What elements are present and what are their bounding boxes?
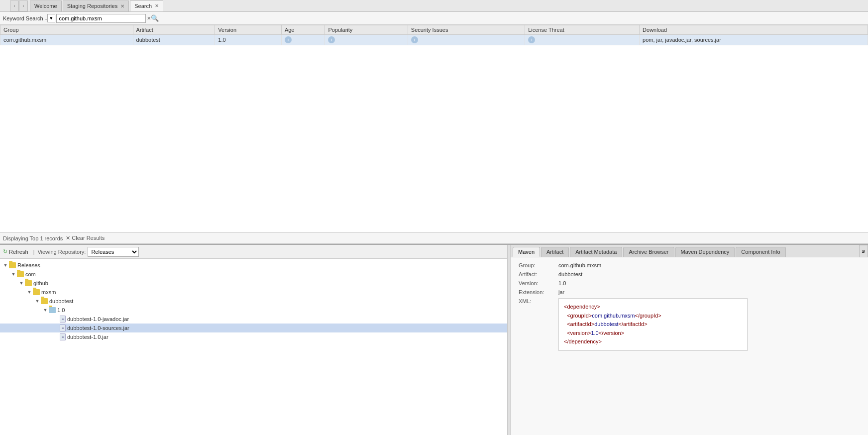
status-bar: Displaying Top 1 records ✕ Clear Results — [0, 233, 868, 244]
tab-staging[interactable]: Staging Repositories ✕ — [63, 0, 129, 11]
xml-line-3: <artifactId>dubbotest</artifactId> — [564, 320, 742, 329]
folder-icon-com — [17, 271, 24, 277]
cell-age: i — [281, 35, 325, 45]
artifact-value: dubbotest — [558, 271, 582, 277]
repo-select[interactable]: Releases Snapshots All Repositories — [88, 247, 139, 257]
xml-line-4: <version>1.0</version> — [564, 329, 742, 338]
security-info-icon[interactable]: i — [411, 36, 418, 43]
col-artifact: Artifact — [133, 25, 215, 35]
detail-row-version: Version: 1.0 — [519, 280, 860, 286]
col-version: Version — [215, 25, 282, 35]
tree-toggle-releases[interactable]: ▼ — [2, 262, 9, 269]
clear-search-button[interactable]: × — [147, 14, 151, 22]
file-icon-sources: ≡ — [60, 325, 66, 331]
keyword-dropdown[interactable]: ▾ — [47, 14, 55, 22]
tab-welcome[interactable]: Welcome — [30, 0, 62, 11]
keyword-dash: - — [45, 15, 47, 21]
tree-label-dubbotest: dubbotest — [49, 298, 73, 304]
search-input[interactable] — [56, 14, 146, 23]
tree-label-mxsm: mxsm — [41, 289, 56, 295]
tree-node-dubbotest[interactable]: ▼ dubbotest — [0, 297, 507, 306]
tree-toggle-v1[interactable]: ▼ — [42, 307, 49, 314]
tree-label-javadoc: dubbotest-1.0-javadoc.jar — [67, 316, 129, 322]
right-panel-header: Maven Artifact Artifact Metadata Archive… — [511, 245, 868, 257]
top-container: Keyword Search - ▾ × 🔍 Group Artifact Ve… — [0, 12, 868, 245]
tree-toggle-com[interactable]: ▼ — [10, 271, 17, 278]
viewing-label: Viewing Repository: — [37, 249, 86, 255]
tree-toggle-dubbotest[interactable]: ▼ — [34, 298, 41, 305]
tab-artifact-metadata[interactable]: Artifact Metadata — [570, 247, 622, 257]
xml-line-1: <dependency> — [564, 303, 742, 312]
tree-label-sources: dubbotest-1.0-sources.jar — [67, 325, 129, 331]
search-bar: Keyword Search - ▾ × 🔍 — [0, 12, 868, 25]
version-label: Version: — [519, 280, 558, 286]
tree-toggle-mxsm[interactable]: ▼ — [26, 289, 33, 296]
xml-label: XML: — [519, 298, 558, 304]
file-icon-jar: ≡ — [60, 333, 66, 340]
bottom-container: ↻ Refresh | Viewing Repository: Releases… — [0, 245, 868, 435]
nav-back-arrow[interactable]: ‹ — [10, 0, 19, 11]
tab-search-close[interactable]: ✕ — [155, 3, 159, 8]
tree-node-jar[interactable]: ▶ ≡ dubbotest-1.0.jar — [0, 332, 507, 341]
file-icon-javadoc: ≡ — [60, 316, 66, 323]
tab-search[interactable]: Search ✕ — [130, 0, 163, 11]
extension-value: jar — [558, 289, 564, 295]
folder-icon-v1 — [49, 307, 56, 313]
tab-archive-browser[interactable]: Archive Browser — [623, 247, 674, 257]
cell-license: i — [525, 35, 640, 45]
folder-icon-dubbotest — [41, 298, 48, 304]
expand-panel-button[interactable]: ⋑ — [859, 245, 868, 257]
age-info-icon[interactable]: i — [285, 36, 292, 43]
tab-artifact[interactable]: Artifact — [541, 247, 569, 257]
folder-icon-mxsm — [33, 289, 40, 295]
status-text: Displaying Top 1 records — [3, 235, 63, 241]
col-download: Download — [640, 25, 868, 35]
tab-search-label: Search — [134, 3, 152, 9]
license-info-icon[interactable]: i — [528, 36, 535, 43]
tab-maven-dependency[interactable]: Maven Dependency — [675, 247, 735, 257]
clear-results-button[interactable]: ✕ Clear Results — [66, 235, 105, 241]
tree-node-releases[interactable]: ▼ Releases — [0, 261, 507, 270]
nav-forward-arrow[interactable]: › — [19, 0, 28, 11]
tree-view: ▼ Releases ▼ com ▼ github ▼ mxsm — [0, 259, 507, 435]
download-links: pom, jar, javadoc.jar, sources.jar — [643, 37, 721, 43]
tree-node-sources[interactable]: ▶ ≡ dubbotest-1.0-sources.jar — [0, 324, 507, 332]
tab-welcome-label: Welcome — [34, 3, 57, 9]
cell-popularity: i — [325, 35, 408, 45]
tree-node-com[interactable]: ▼ com — [0, 270, 507, 279]
col-security: Security Issues — [408, 25, 525, 35]
refresh-icon: ↻ — [3, 248, 7, 255]
refresh-button[interactable]: ↻ Refresh — [3, 248, 28, 255]
cell-version: 1.0 — [215, 35, 282, 45]
cell-artifact: dubbotest — [133, 35, 215, 45]
tree-node-github[interactable]: ▼ github — [0, 279, 507, 288]
tree-node-v1[interactable]: ▼ 1.0 — [0, 306, 507, 315]
tree-node-mxsm[interactable]: ▼ mxsm — [0, 288, 507, 297]
detail-row-extension: Extension: jar — [519, 289, 860, 295]
tree-node-javadoc[interactable]: ▶ ≡ dubbotest-1.0-javadoc.jar — [0, 315, 507, 324]
tree-toggle-github[interactable]: ▼ — [18, 280, 25, 287]
tab-component-info[interactable]: Component Info — [736, 247, 785, 257]
tab-staging-label: Staging Repositories — [67, 3, 118, 9]
folder-icon-releases — [9, 262, 16, 268]
detail-content: Group: com.github.mxsm Artifact: dubbote… — [511, 257, 868, 435]
folder-icon-github — [25, 280, 32, 286]
detail-row-xml: XML: <dependency> <groupId>com.github.mx… — [519, 298, 860, 351]
cell-group: com.github.mxsm — [0, 35, 133, 45]
tree-label-releases: Releases — [17, 262, 40, 268]
popularity-info-icon[interactable]: i — [328, 36, 335, 43]
tree-label-v1: 1.0 — [57, 307, 65, 313]
artifact-label: Artifact: — [519, 271, 558, 277]
left-panel: ↻ Refresh | Viewing Repository: Releases… — [0, 245, 508, 435]
search-go-button[interactable]: 🔍 — [151, 14, 159, 22]
cell-download: pom, jar, javadoc.jar, sources.jar — [640, 35, 868, 45]
detail-tabs: Maven Artifact Artifact Metadata Archive… — [511, 245, 859, 257]
group-label: Group: — [519, 262, 558, 268]
toolbar-separator: | — [33, 249, 35, 255]
group-value: com.github.mxsm — [558, 262, 601, 268]
detail-row-artifact: Artifact: dubbotest — [519, 271, 860, 277]
col-age: Age — [281, 25, 325, 35]
tab-maven[interactable]: Maven — [513, 247, 540, 257]
table-row[interactable]: com.github.mxsm dubbotest 1.0 i i i i po… — [0, 35, 868, 45]
tab-staging-close[interactable]: ✕ — [120, 3, 124, 9]
